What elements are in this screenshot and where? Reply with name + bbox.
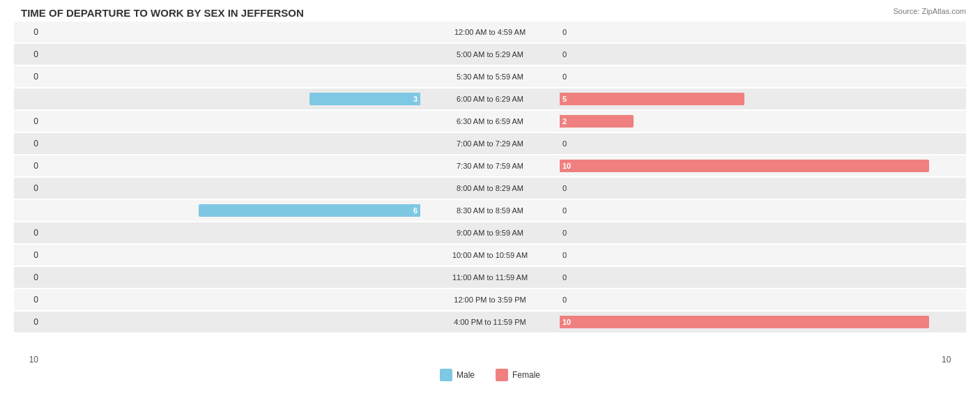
left-bar-container: 6 bbox=[42, 204, 420, 217]
left-bar-container bbox=[42, 115, 420, 128]
chart-row: 0 9:00 AM to 9:59 AM 0 bbox=[14, 222, 966, 243]
chart-row: 0 5:30 AM to 5:59 AM 0 bbox=[14, 66, 966, 87]
left-value-display: 0 bbox=[14, 183, 42, 193]
chart-row: 0 10:00 AM to 10:59 AM 0 bbox=[14, 245, 966, 266]
time-label: 5:00 AM to 5:29 AM bbox=[420, 50, 560, 59]
female-bar: 5 bbox=[560, 93, 744, 105]
right-bar-container: 0 bbox=[560, 271, 938, 284]
time-label: 5:30 AM to 5:59 AM bbox=[420, 72, 560, 81]
time-label: 6:00 AM to 6:29 AM bbox=[420, 95, 560, 103]
left-bar-container bbox=[42, 26, 420, 38]
chart-row: 0 8:00 AM to 8:29 AM 0 bbox=[14, 178, 966, 199]
right-zero-value: 0 bbox=[560, 184, 569, 192]
female-legend-box bbox=[496, 369, 508, 381]
left-value-display: 0 bbox=[14, 228, 42, 238]
left-bar-container bbox=[42, 182, 420, 194]
time-label: 8:00 AM to 8:29 AM bbox=[420, 184, 560, 192]
right-zero-value: 0 bbox=[560, 296, 569, 304]
time-label: 12:00 PM to 3:59 PM bbox=[420, 296, 560, 304]
chart-title: TIME OF DEPARTURE TO WORK BY SEX IN JEFF… bbox=[14, 7, 966, 19]
chart-row: 0 11:00 AM to 11:59 AM 0 bbox=[14, 267, 966, 288]
axis-row: 10 10 bbox=[14, 355, 966, 365]
right-zero-value: 0 bbox=[560, 273, 569, 282]
left-value-display: 0 bbox=[14, 139, 42, 148]
legend: Male Female bbox=[14, 369, 966, 381]
legend-female: Female bbox=[496, 369, 540, 381]
left-value-display: 0 bbox=[14, 49, 42, 59]
female-bar-value: 10 bbox=[560, 162, 574, 170]
right-bar-container: 0 bbox=[560, 26, 938, 38]
left-value-display: 0 bbox=[14, 273, 42, 282]
right-zero-value: 0 bbox=[560, 72, 569, 81]
right-bar-container: 0 bbox=[560, 293, 938, 306]
right-zero-value: 0 bbox=[560, 229, 569, 237]
right-zero-value: 0 bbox=[560, 28, 569, 36]
time-label: 12:00 AM to 4:59 AM bbox=[420, 28, 560, 36]
left-bar-container bbox=[42, 293, 420, 306]
right-zero-value: 0 bbox=[560, 251, 569, 259]
left-bar-container bbox=[42, 70, 420, 83]
chart-row: 6 8:30 AM to 8:59 AM 0 bbox=[14, 200, 966, 221]
chart-container: TIME OF DEPARTURE TO WORK BY SEX IN JEFF… bbox=[0, 0, 980, 414]
time-label: 11:00 AM to 11:59 AM bbox=[420, 273, 560, 282]
male-bar: 3 bbox=[309, 93, 420, 105]
right-bar-container: 0 bbox=[560, 204, 938, 217]
legend-male: Male bbox=[440, 369, 475, 381]
left-bar-container bbox=[42, 48, 420, 61]
right-bar-container: 10 bbox=[560, 160, 938, 172]
right-zero-value: 0 bbox=[560, 206, 569, 215]
female-bar-value: 10 bbox=[560, 318, 574, 326]
left-value-display: 0 bbox=[14, 72, 42, 82]
time-label: 7:00 AM to 7:29 AM bbox=[420, 139, 560, 148]
time-label: 6:30 AM to 6:59 AM bbox=[420, 117, 560, 125]
right-bar-container: 0 bbox=[560, 70, 938, 83]
right-zero-value: 0 bbox=[560, 50, 569, 59]
right-bar-container: 10 bbox=[560, 316, 938, 328]
chart-row: 0 7:00 AM to 7:29 AM 0 bbox=[14, 133, 966, 154]
axis-right: 10 bbox=[938, 355, 966, 365]
source-text: Source: ZipAtlas.com bbox=[893, 7, 966, 15]
female-bar: 10 bbox=[560, 316, 929, 328]
right-bar-container: 2 bbox=[560, 115, 938, 128]
left-bar-container bbox=[42, 249, 420, 261]
chart-row: 0 12:00 PM to 3:59 PM 0 bbox=[14, 289, 966, 310]
left-value-display: 0 bbox=[14, 116, 42, 126]
left-value-display: 0 bbox=[14, 295, 42, 305]
right-bar-container: 0 bbox=[560, 182, 938, 194]
right-zero-value: 0 bbox=[560, 139, 569, 148]
time-label: 4:00 PM to 11:59 PM bbox=[420, 318, 560, 326]
right-bar-container: 0 bbox=[560, 48, 938, 61]
chart-row: 0 5:00 AM to 5:29 AM 0 bbox=[14, 44, 966, 65]
left-value-display: 0 bbox=[14, 250, 42, 260]
female-bar-value: 5 bbox=[560, 95, 569, 103]
time-label: 7:30 AM to 7:59 AM bbox=[420, 162, 560, 170]
right-bar-container: 0 bbox=[560, 249, 938, 261]
right-bar-container: 0 bbox=[560, 227, 938, 239]
chart-area: 0 12:00 AM to 4:59 AM 0 0 5:00 AM to 5:2… bbox=[14, 22, 966, 352]
male-legend-box bbox=[440, 369, 452, 381]
female-bar: 2 bbox=[560, 115, 634, 128]
female-legend-label: Female bbox=[512, 370, 540, 380]
time-label: 9:00 AM to 9:59 AM bbox=[420, 229, 560, 237]
left-value-display: 0 bbox=[14, 317, 42, 327]
left-value-display: 0 bbox=[14, 161, 42, 171]
female-bar-value: 2 bbox=[560, 117, 569, 125]
left-bar-container bbox=[42, 160, 420, 172]
chart-row: 0 4:00 PM to 11:59 PM 10 bbox=[14, 312, 966, 332]
axis-left: 10 bbox=[14, 355, 42, 365]
male-legend-label: Male bbox=[457, 370, 475, 380]
right-bar-container: 5 bbox=[560, 93, 938, 105]
female-bar: 10 bbox=[560, 160, 929, 172]
right-bar-container: 0 bbox=[560, 137, 938, 150]
chart-row: 0 6:30 AM to 6:59 AM 2 bbox=[14, 111, 966, 132]
chart-row: 0 7:30 AM to 7:59 AM 10 bbox=[14, 155, 966, 176]
chart-row: 3 6:00 AM to 6:29 AM 5 bbox=[14, 89, 966, 109]
left-value-display: 0 bbox=[14, 27, 42, 37]
left-bar-container bbox=[42, 227, 420, 239]
time-label: 10:00 AM to 10:59 AM bbox=[420, 251, 560, 259]
left-bar-container bbox=[42, 137, 420, 150]
left-bar-container bbox=[42, 271, 420, 284]
left-bar-container: 3 bbox=[42, 93, 420, 105]
male-bar-value: 3 bbox=[411, 95, 420, 103]
chart-row: 0 12:00 AM to 4:59 AM 0 bbox=[14, 22, 966, 43]
